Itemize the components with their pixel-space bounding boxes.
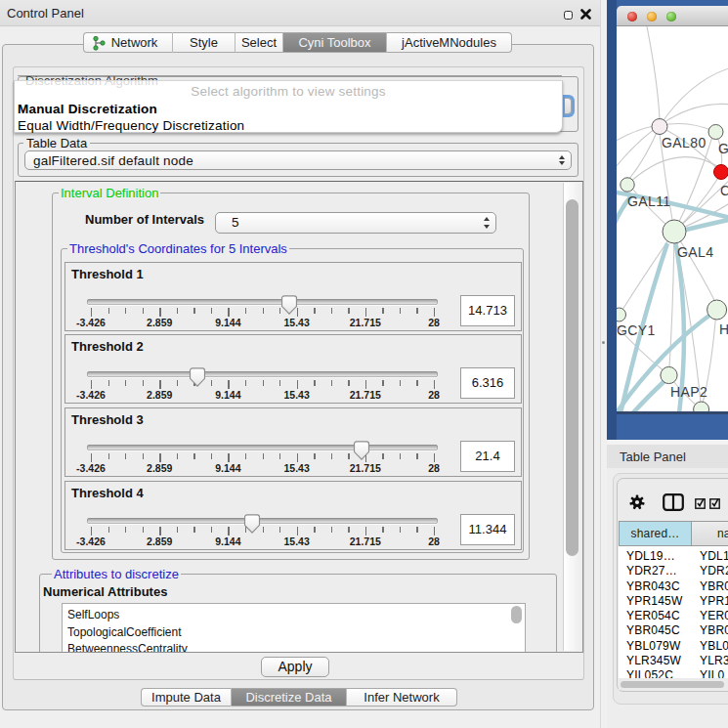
svg-text:C: C [720,183,728,198]
svg-text:GAL11: GAL11 [627,193,671,209]
svg-text:HAP2: HAP2 [670,384,707,400]
svg-text:GCY1: GCY1 [617,322,656,338]
svg-text:GAL80: GAL80 [662,135,707,150]
svg-text:GAL4: GAL4 [677,244,713,260]
svg-text:GA: GA [718,141,728,156]
svg-text:H: H [719,321,728,337]
